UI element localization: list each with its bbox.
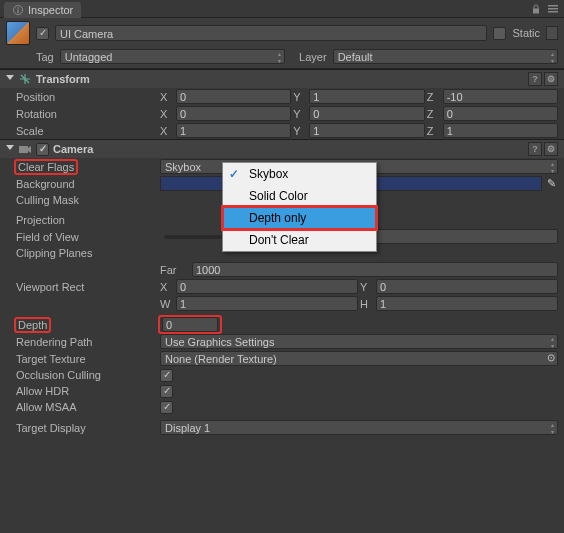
depth-label: Depth	[16, 319, 49, 331]
static-checkbox[interactable]	[493, 27, 506, 40]
hdr-checkbox[interactable]	[160, 385, 173, 398]
msaa-checkbox[interactable]	[160, 401, 173, 414]
culling-mask-label: Culling Mask	[6, 194, 156, 206]
svg-rect-2	[17, 9, 18, 13]
popup-item-dont-clear[interactable]: Don't Clear	[223, 229, 376, 251]
rotation-y[interactable]: 0	[309, 106, 424, 121]
projection-label: Projection	[6, 214, 156, 226]
far-label: Far	[160, 264, 190, 276]
target-texture-label: Target Texture	[6, 353, 156, 365]
gear-icon[interactable]: ⚙	[544, 142, 558, 156]
help-button[interactable]: ?	[528, 72, 542, 86]
svg-marker-8	[28, 146, 31, 153]
fov-value[interactable]: 60	[360, 229, 558, 244]
target-display-label: Target Display	[6, 422, 156, 434]
camera-header[interactable]: Camera ? ⚙	[0, 140, 564, 158]
gameobject-icon[interactable]	[6, 21, 30, 45]
target-display-row: Target Display Display 1	[0, 419, 564, 436]
rotation-z[interactable]: 0	[443, 106, 558, 121]
rotation-row: Rotation X0 Y0 Z0	[0, 105, 564, 122]
viewport-x[interactable]: 0	[176, 279, 358, 294]
fov-label: Field of View	[6, 231, 156, 243]
static-dropdown-arrow[interactable]	[546, 26, 558, 40]
popup-item-skybox[interactable]: Skybox	[223, 163, 376, 185]
scale-z[interactable]: 1	[443, 123, 558, 138]
msaa-label: Allow MSAA	[6, 401, 156, 413]
tag-label: Tag	[36, 51, 54, 63]
transform-title: Transform	[36, 73, 90, 85]
popup-item-solid-color[interactable]: Solid Color	[223, 185, 376, 207]
panel-menu-icon[interactable]	[546, 3, 560, 15]
viewport-h[interactable]: 1	[376, 296, 558, 311]
lock-icon[interactable]	[530, 3, 542, 15]
rotation-x[interactable]: 0	[176, 106, 291, 121]
target-display-dropdown[interactable]: Display 1	[160, 420, 558, 435]
position-row: Position X0 Y1 Z-10	[0, 88, 564, 105]
viewport-w[interactable]: 1	[176, 296, 358, 311]
inspector-titlebar: Inspector	[0, 0, 564, 18]
clipping-far-field[interactable]: 1000	[192, 262, 558, 277]
object-enabled-checkbox[interactable]	[36, 27, 49, 40]
clipping-planes-label: Clipping Planes	[6, 247, 156, 259]
layer-dropdown[interactable]: Default	[333, 49, 558, 64]
camera-title: Camera	[53, 143, 93, 155]
transform-component: Transform ? ⚙ Position X0 Y1 Z-10 Rotati…	[0, 69, 564, 139]
scale-x[interactable]: 1	[176, 123, 291, 138]
clear-flags-popup: Skybox Solid Color Depth only Don't Clea…	[222, 162, 377, 252]
svg-rect-7	[19, 146, 28, 153]
object-header: UI Camera Static	[0, 18, 564, 47]
inspector-tab-label: Inspector	[28, 4, 73, 16]
position-label: Position	[6, 91, 156, 103]
transform-header[interactable]: Transform ? ⚙	[0, 70, 564, 88]
svg-rect-3	[533, 8, 539, 13]
background-label: Background	[6, 178, 156, 190]
occlusion-row: Occlusion Culling	[0, 367, 564, 383]
camera-icon	[18, 142, 32, 156]
rendering-path-label: Rendering Path	[6, 336, 156, 348]
scale-label: Scale	[6, 125, 156, 137]
viewport-rect-row: Viewport Rect X0 Y0	[0, 278, 564, 295]
transform-icon	[18, 72, 32, 86]
viewport-rect-row2: W1 H1	[0, 295, 564, 312]
tag-dropdown[interactable]: Untagged	[60, 49, 285, 64]
static-label: Static	[512, 27, 540, 39]
depth-row: Depth 0	[0, 316, 564, 333]
rotation-label: Rotation	[6, 108, 156, 120]
eyedropper-icon[interactable]: ✎	[544, 176, 558, 191]
position-x[interactable]: 0	[176, 89, 291, 104]
hdr-row: Allow HDR	[0, 383, 564, 399]
msaa-row: Allow MSAA	[0, 399, 564, 415]
tag-layer-row: Tag Untagged Layer Default	[0, 47, 564, 69]
svg-rect-6	[548, 11, 558, 13]
foldout-icon	[6, 145, 14, 154]
svg-point-1	[17, 7, 19, 9]
svg-rect-5	[548, 8, 558, 10]
clear-flags-label: Clear Flags	[16, 161, 76, 173]
inspector-tab[interactable]: Inspector	[4, 2, 81, 18]
foldout-icon	[6, 75, 14, 84]
layer-label: Layer	[299, 51, 327, 63]
target-texture-field[interactable]: None (Render Texture)	[160, 351, 558, 366]
popup-item-depth-only[interactable]: Depth only	[223, 207, 376, 229]
object-name-field[interactable]: UI Camera	[55, 25, 487, 41]
scale-y[interactable]: 1	[309, 123, 424, 138]
viewport-rect-label: Viewport Rect	[6, 281, 156, 293]
depth-field[interactable]: 0	[162, 317, 218, 332]
target-texture-row: Target Texture None (Render Texture)	[0, 350, 564, 367]
help-button[interactable]: ?	[528, 142, 542, 156]
position-y[interactable]: 1	[309, 89, 424, 104]
position-z[interactable]: -10	[443, 89, 558, 104]
svg-rect-4	[548, 5, 558, 7]
info-icon	[12, 4, 24, 16]
hdr-label: Allow HDR	[6, 385, 156, 397]
camera-component: Camera ? ⚙ Clear Flags Skybox Background…	[0, 139, 564, 436]
viewport-y[interactable]: 0	[376, 279, 558, 294]
rendering-path-row: Rendering Path Use Graphics Settings	[0, 333, 564, 350]
camera-enabled-checkbox[interactable]	[36, 143, 49, 156]
clipping-far-row: Far 1000	[0, 261, 564, 278]
gear-icon[interactable]: ⚙	[544, 72, 558, 86]
rendering-path-dropdown[interactable]: Use Graphics Settings	[160, 334, 558, 349]
occlusion-checkbox[interactable]	[160, 369, 173, 382]
scale-row: Scale X1 Y1 Z1	[0, 122, 564, 139]
occlusion-label: Occlusion Culling	[6, 369, 156, 381]
